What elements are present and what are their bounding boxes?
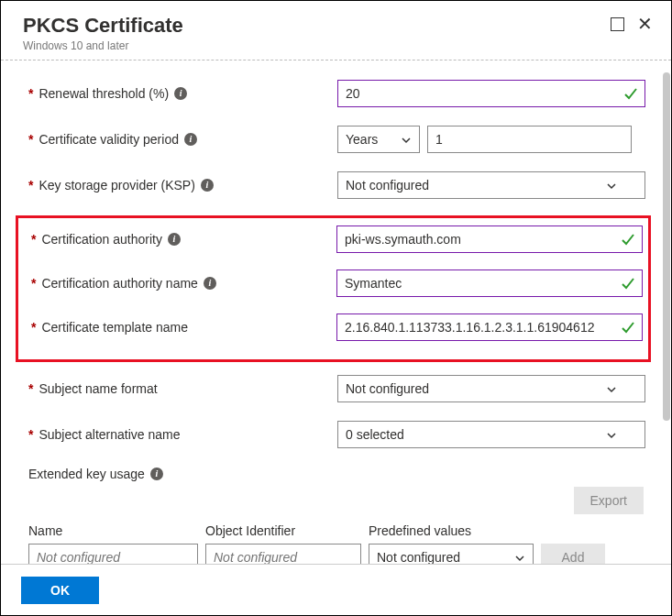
chevron-down-icon: [606, 180, 617, 191]
required-marker: *: [28, 178, 33, 192]
row-validity-period: * Certificate validity period Years: [21, 126, 645, 153]
eku-section-label: Extended key usage: [21, 467, 645, 481]
validity-unit-value: Years: [346, 132, 378, 147]
chevron-down-icon: [401, 134, 412, 145]
eku-oid-col: Object Identifier: [205, 523, 361, 540]
row-subject-format: * Subject name format Not configured: [21, 375, 645, 402]
subject-format-select[interactable]: Not configured: [337, 375, 645, 402]
subject-format-value: Not configured: [346, 381, 429, 396]
row-ca: * Certification authority: [24, 226, 643, 253]
check-icon: [621, 320, 635, 335]
info-icon[interactable]: [150, 468, 163, 480]
renewal-threshold-label: Renewal threshold (%): [39, 86, 169, 101]
check-icon: [623, 86, 638, 101]
ksp-select[interactable]: Not configured: [337, 171, 645, 199]
san-select[interactable]: 0 selected: [337, 421, 645, 448]
required-marker: *: [31, 232, 36, 247]
validity-value-input[interactable]: [427, 126, 632, 153]
ca-label: Certification authority: [41, 232, 162, 247]
template-name-label: Certificate template name: [41, 320, 188, 335]
eku-predef-value: Not configured: [377, 550, 460, 564]
chevron-down-icon: [606, 383, 617, 394]
required-marker: *: [31, 320, 36, 335]
ca-input[interactable]: [336, 226, 643, 253]
highlight-box: * Certification authority *: [16, 215, 651, 362]
eku-oid-input[interactable]: [205, 544, 361, 564]
eku-predef-select[interactable]: Not configured: [369, 544, 534, 564]
dialog-footer: OK: [1, 564, 671, 615]
export-button[interactable]: Export: [574, 487, 644, 514]
required-marker: *: [28, 132, 33, 147]
required-marker: *: [28, 381, 33, 396]
eku-predef-col: Predefined values: [369, 523, 534, 540]
check-icon: [621, 232, 635, 247]
info-icon[interactable]: [201, 179, 214, 192]
ca-name-label: Certification authority name: [41, 276, 197, 291]
template-name-input[interactable]: [336, 314, 643, 341]
ca-name-input[interactable]: [336, 270, 643, 297]
maximize-icon[interactable]: [611, 17, 624, 31]
chevron-down-icon: [606, 429, 617, 440]
eku-label-text: Extended key usage: [28, 467, 145, 481]
row-template-name: * Certificate template name: [24, 314, 643, 341]
scrollbar-thumb[interactable]: [663, 72, 670, 421]
subject-format-label: Subject name format: [39, 381, 157, 396]
san-value: 0 selected: [346, 427, 404, 442]
ksp-label: Key storage provider (KSP): [39, 178, 194, 192]
close-icon[interactable]: ✕: [637, 17, 653, 31]
required-marker: *: [31, 276, 36, 291]
ksp-value: Not configured: [346, 178, 429, 192]
row-renewal-threshold: * Renewal threshold (%): [21, 80, 645, 107]
dialog-header: PKCS Certificate Windows 10 and later ✕: [1, 1, 671, 60]
check-icon: [621, 276, 635, 291]
renewal-threshold-input[interactable]: [337, 80, 645, 107]
row-ksp: * Key storage provider (KSP) Not configu…: [21, 171, 645, 199]
info-icon[interactable]: [168, 233, 181, 246]
validity-unit-select[interactable]: Years: [337, 126, 420, 153]
required-marker: *: [28, 427, 33, 442]
form-body: * Renewal threshold (%) * Certificate va…: [1, 63, 664, 564]
info-icon[interactable]: [174, 87, 187, 100]
dialog-subtitle: Windows 10 and later: [23, 39, 183, 52]
required-marker: *: [28, 86, 33, 101]
validity-period-label: Certificate validity period: [39, 132, 179, 147]
row-ca-name: * Certification authority name: [24, 270, 643, 297]
eku-name-input[interactable]: [28, 544, 198, 564]
ok-button[interactable]: OK: [21, 577, 99, 604]
chevron-down-icon: [514, 552, 525, 563]
info-icon[interactable]: [184, 133, 197, 146]
dialog-title: PKCS Certificate: [23, 14, 183, 38]
row-san: * Subject alternative name 0 selected: [21, 421, 645, 448]
eku-name-col: Name: [28, 523, 198, 540]
scrollbar[interactable]: [663, 63, 670, 564]
san-label: Subject alternative name: [39, 427, 180, 442]
eku-row: Name Object Identifier Predefined values…: [21, 523, 645, 564]
add-button[interactable]: Add: [541, 544, 605, 564]
info-icon[interactable]: [204, 277, 216, 290]
